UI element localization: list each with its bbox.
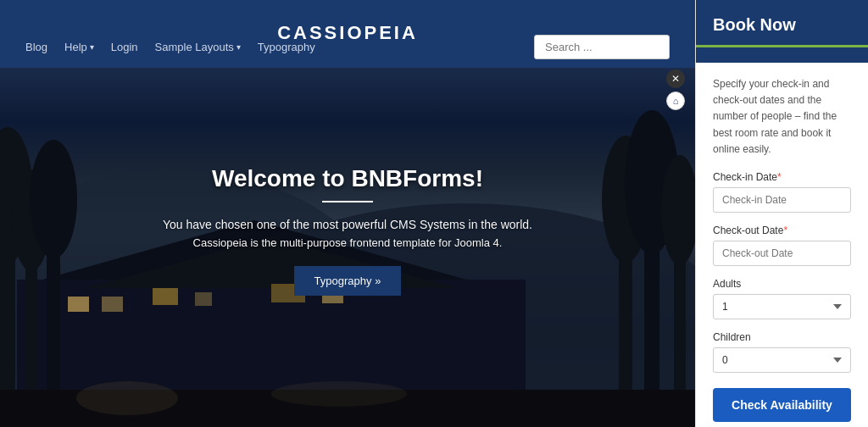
hero-title: Welcome to BNBForms!	[70, 165, 626, 192]
checkin-label: Check-in Date*	[713, 171, 851, 183]
close-icon[interactable]: ✕	[666, 69, 685, 88]
checkin-required: *	[777, 171, 782, 183]
nav-help[interactable]: Help ▾	[64, 41, 94, 53]
search-input[interactable]	[534, 35, 670, 59]
main-nav: Blog Help ▾ Login Sample Layouts ▾ Typog…	[25, 41, 315, 53]
svg-point-25	[271, 381, 407, 407]
help-dropdown-icon: ▾	[90, 42, 94, 52]
sidebar-header: Book Now	[696, 0, 868, 63]
sample-layouts-dropdown-icon: ▾	[236, 42, 241, 52]
sidebar-title: Book Now	[713, 15, 851, 35]
checkout-group: Check-out Date*	[713, 225, 851, 266]
nav-login[interactable]: Login	[111, 41, 138, 53]
hero-subtitle: You have chosen one of the most powerful…	[70, 218, 626, 231]
checkout-input[interactable]	[713, 241, 851, 266]
hero-cta-button[interactable]: Typography »	[294, 266, 402, 296]
check-availability-button[interactable]: Check Availability	[713, 388, 851, 422]
svg-point-24	[76, 381, 178, 415]
checkin-group: Check-in Date*	[713, 171, 851, 213]
children-label: Children	[713, 331, 851, 343]
search-box	[534, 35, 670, 59]
children-group: Children 0 1 2 3 4	[713, 331, 851, 373]
sidebar-description: Specify your check-in and check-out date…	[713, 76, 851, 158]
checkin-input[interactable]	[713, 187, 851, 213]
adults-label: Adults	[713, 278, 851, 290]
svg-rect-5	[68, 297, 89, 312]
checkout-required: *	[783, 225, 787, 236]
book-now-sidebar: Book Now Specify your check-in and check…	[695, 0, 868, 427]
hero-divider	[322, 201, 373, 202]
sidebar-body: Specify your check-in and check-out date…	[696, 63, 868, 427]
nav-sample-layouts[interactable]: Sample Layouts ▾	[155, 41, 241, 53]
site-title: CASSIOPEIA	[277, 22, 418, 44]
children-select[interactable]: 0 1 2 3 4	[713, 347, 851, 373]
hero-section: Welcome to BNBForms! You have chosen one…	[0, 68, 695, 427]
nav-blog[interactable]: Blog	[25, 41, 47, 53]
home-icon[interactable]: ⌂	[666, 92, 685, 110]
hero-tagline: Cassiopeia is the multi-purpose frontend…	[70, 236, 626, 249]
svg-rect-6	[102, 297, 123, 312]
adults-group: Adults 1 2 3 4 5	[713, 278, 851, 319]
adults-select[interactable]: 1 2 3 4 5	[713, 294, 851, 319]
sidebar-header-accent	[696, 45, 868, 47]
hero-content: Welcome to BNBForms! You have chosen one…	[70, 165, 626, 296]
checkout-label: Check-out Date*	[713, 225, 851, 236]
